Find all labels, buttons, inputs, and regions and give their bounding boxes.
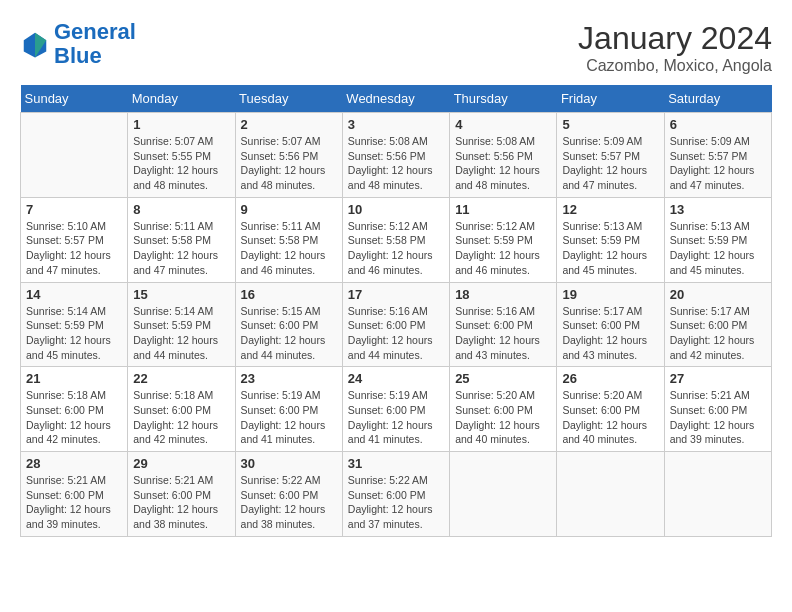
day-detail: Sunrise: 5:21 AMSunset: 6:00 PMDaylight:… <box>26 473 122 532</box>
calendar-cell: 9Sunrise: 5:11 AMSunset: 5:58 PMDaylight… <box>235 197 342 282</box>
calendar-cell: 22Sunrise: 5:18 AMSunset: 6:00 PMDayligh… <box>128 367 235 452</box>
day-detail: Sunrise: 5:17 AMSunset: 6:00 PMDaylight:… <box>562 304 658 363</box>
calendar-cell: 6Sunrise: 5:09 AMSunset: 5:57 PMDaylight… <box>664 113 771 198</box>
calendar-cell: 20Sunrise: 5:17 AMSunset: 6:00 PMDayligh… <box>664 282 771 367</box>
day-number: 28 <box>26 456 122 471</box>
calendar-week-row: 14Sunrise: 5:14 AMSunset: 5:59 PMDayligh… <box>21 282 772 367</box>
calendar-cell: 8Sunrise: 5:11 AMSunset: 5:58 PMDaylight… <box>128 197 235 282</box>
calendar-subtitle: Cazombo, Moxico, Angola <box>578 57 772 75</box>
day-detail: Sunrise: 5:07 AMSunset: 5:56 PMDaylight:… <box>241 134 337 193</box>
calendar-cell: 16Sunrise: 5:15 AMSunset: 6:00 PMDayligh… <box>235 282 342 367</box>
day-detail: Sunrise: 5:07 AMSunset: 5:55 PMDaylight:… <box>133 134 229 193</box>
header-friday: Friday <box>557 85 664 113</box>
page-header: General Blue January 2024 Cazombo, Moxic… <box>20 20 772 75</box>
day-detail: Sunrise: 5:17 AMSunset: 6:00 PMDaylight:… <box>670 304 766 363</box>
calendar-week-row: 28Sunrise: 5:21 AMSunset: 6:00 PMDayligh… <box>21 452 772 537</box>
calendar-cell <box>557 452 664 537</box>
day-detail: Sunrise: 5:08 AMSunset: 5:56 PMDaylight:… <box>455 134 551 193</box>
day-number: 2 <box>241 117 337 132</box>
header-monday: Monday <box>128 85 235 113</box>
logo-text: General Blue <box>54 20 136 68</box>
calendar-cell: 18Sunrise: 5:16 AMSunset: 6:00 PMDayligh… <box>450 282 557 367</box>
day-detail: Sunrise: 5:19 AMSunset: 6:00 PMDaylight:… <box>241 388 337 447</box>
calendar-cell: 17Sunrise: 5:16 AMSunset: 6:00 PMDayligh… <box>342 282 449 367</box>
day-detail: Sunrise: 5:18 AMSunset: 6:00 PMDaylight:… <box>26 388 122 447</box>
day-number: 1 <box>133 117 229 132</box>
logo-icon <box>20 29 50 59</box>
calendar-cell: 31Sunrise: 5:22 AMSunset: 6:00 PMDayligh… <box>342 452 449 537</box>
calendar-cell: 19Sunrise: 5:17 AMSunset: 6:00 PMDayligh… <box>557 282 664 367</box>
day-detail: Sunrise: 5:19 AMSunset: 6:00 PMDaylight:… <box>348 388 444 447</box>
day-number: 7 <box>26 202 122 217</box>
header-thursday: Thursday <box>450 85 557 113</box>
calendar-header-row: Sunday Monday Tuesday Wednesday Thursday… <box>21 85 772 113</box>
calendar-cell: 27Sunrise: 5:21 AMSunset: 6:00 PMDayligh… <box>664 367 771 452</box>
logo-line2: Blue <box>54 43 102 68</box>
day-number: 14 <box>26 287 122 302</box>
day-detail: Sunrise: 5:10 AMSunset: 5:57 PMDaylight:… <box>26 219 122 278</box>
calendar-week-row: 1Sunrise: 5:07 AMSunset: 5:55 PMDaylight… <box>21 113 772 198</box>
day-detail: Sunrise: 5:14 AMSunset: 5:59 PMDaylight:… <box>26 304 122 363</box>
day-detail: Sunrise: 5:12 AMSunset: 5:59 PMDaylight:… <box>455 219 551 278</box>
day-detail: Sunrise: 5:12 AMSunset: 5:58 PMDaylight:… <box>348 219 444 278</box>
calendar-cell: 25Sunrise: 5:20 AMSunset: 6:00 PMDayligh… <box>450 367 557 452</box>
calendar-cell: 13Sunrise: 5:13 AMSunset: 5:59 PMDayligh… <box>664 197 771 282</box>
calendar-cell: 14Sunrise: 5:14 AMSunset: 5:59 PMDayligh… <box>21 282 128 367</box>
calendar-title: January 2024 <box>578 20 772 57</box>
day-detail: Sunrise: 5:18 AMSunset: 6:00 PMDaylight:… <box>133 388 229 447</box>
calendar-cell: 5Sunrise: 5:09 AMSunset: 5:57 PMDaylight… <box>557 113 664 198</box>
calendar-week-row: 7Sunrise: 5:10 AMSunset: 5:57 PMDaylight… <box>21 197 772 282</box>
day-detail: Sunrise: 5:08 AMSunset: 5:56 PMDaylight:… <box>348 134 444 193</box>
calendar-cell: 10Sunrise: 5:12 AMSunset: 5:58 PMDayligh… <box>342 197 449 282</box>
calendar-cell: 29Sunrise: 5:21 AMSunset: 6:00 PMDayligh… <box>128 452 235 537</box>
day-detail: Sunrise: 5:20 AMSunset: 6:00 PMDaylight:… <box>562 388 658 447</box>
title-area: January 2024 Cazombo, Moxico, Angola <box>578 20 772 75</box>
calendar-week-row: 21Sunrise: 5:18 AMSunset: 6:00 PMDayligh… <box>21 367 772 452</box>
day-number: 19 <box>562 287 658 302</box>
day-number: 8 <box>133 202 229 217</box>
day-number: 4 <box>455 117 551 132</box>
calendar-cell: 12Sunrise: 5:13 AMSunset: 5:59 PMDayligh… <box>557 197 664 282</box>
header-wednesday: Wednesday <box>342 85 449 113</box>
day-number: 21 <box>26 371 122 386</box>
day-detail: Sunrise: 5:14 AMSunset: 5:59 PMDaylight:… <box>133 304 229 363</box>
day-detail: Sunrise: 5:20 AMSunset: 6:00 PMDaylight:… <box>455 388 551 447</box>
day-number: 12 <box>562 202 658 217</box>
header-tuesday: Tuesday <box>235 85 342 113</box>
day-number: 5 <box>562 117 658 132</box>
day-number: 17 <box>348 287 444 302</box>
day-number: 22 <box>133 371 229 386</box>
day-number: 23 <box>241 371 337 386</box>
day-number: 6 <box>670 117 766 132</box>
calendar-cell: 4Sunrise: 5:08 AMSunset: 5:56 PMDaylight… <box>450 113 557 198</box>
day-detail: Sunrise: 5:21 AMSunset: 6:00 PMDaylight:… <box>670 388 766 447</box>
calendar-cell: 28Sunrise: 5:21 AMSunset: 6:00 PMDayligh… <box>21 452 128 537</box>
header-sunday: Sunday <box>21 85 128 113</box>
calendar-cell <box>21 113 128 198</box>
day-number: 30 <box>241 456 337 471</box>
calendar-cell: 7Sunrise: 5:10 AMSunset: 5:57 PMDaylight… <box>21 197 128 282</box>
day-detail: Sunrise: 5:11 AMSunset: 5:58 PMDaylight:… <box>133 219 229 278</box>
calendar-cell <box>664 452 771 537</box>
day-number: 10 <box>348 202 444 217</box>
day-number: 26 <box>562 371 658 386</box>
day-detail: Sunrise: 5:16 AMSunset: 6:00 PMDaylight:… <box>348 304 444 363</box>
day-number: 15 <box>133 287 229 302</box>
calendar-cell: 1Sunrise: 5:07 AMSunset: 5:55 PMDaylight… <box>128 113 235 198</box>
day-detail: Sunrise: 5:21 AMSunset: 6:00 PMDaylight:… <box>133 473 229 532</box>
logo-line1: General <box>54 19 136 44</box>
day-detail: Sunrise: 5:13 AMSunset: 5:59 PMDaylight:… <box>562 219 658 278</box>
day-number: 18 <box>455 287 551 302</box>
calendar-cell: 23Sunrise: 5:19 AMSunset: 6:00 PMDayligh… <box>235 367 342 452</box>
day-number: 16 <box>241 287 337 302</box>
day-detail: Sunrise: 5:13 AMSunset: 5:59 PMDaylight:… <box>670 219 766 278</box>
day-number: 3 <box>348 117 444 132</box>
day-detail: Sunrise: 5:15 AMSunset: 6:00 PMDaylight:… <box>241 304 337 363</box>
day-detail: Sunrise: 5:09 AMSunset: 5:57 PMDaylight:… <box>562 134 658 193</box>
calendar-cell: 11Sunrise: 5:12 AMSunset: 5:59 PMDayligh… <box>450 197 557 282</box>
day-detail: Sunrise: 5:11 AMSunset: 5:58 PMDaylight:… <box>241 219 337 278</box>
calendar-cell <box>450 452 557 537</box>
calendar-cell: 24Sunrise: 5:19 AMSunset: 6:00 PMDayligh… <box>342 367 449 452</box>
header-saturday: Saturday <box>664 85 771 113</box>
day-number: 9 <box>241 202 337 217</box>
